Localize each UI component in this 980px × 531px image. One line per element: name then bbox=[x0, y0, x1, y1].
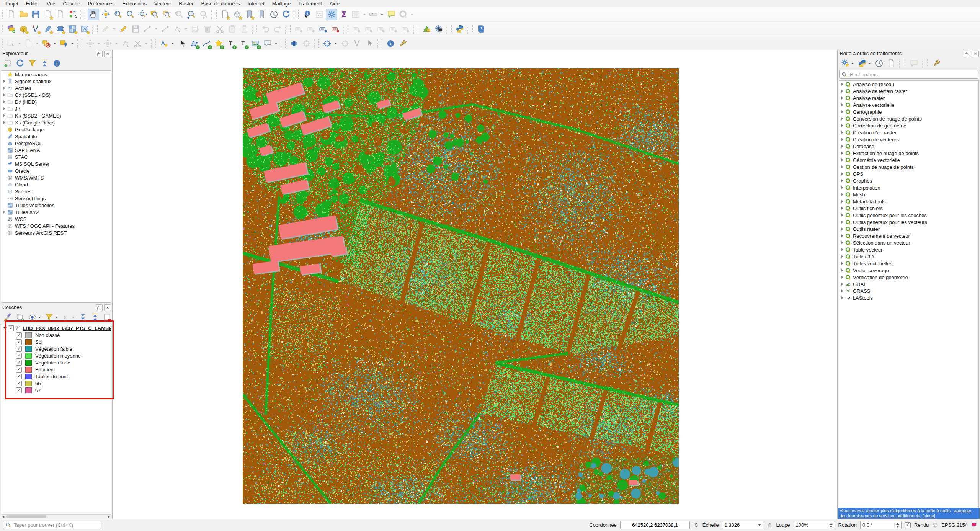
qgis-action-button[interactable] bbox=[398, 9, 415, 20]
new-map-view-button[interactable]: ★ bbox=[219, 9, 230, 20]
browser-item-serveurs-arcgis-rest[interactable]: Serveurs ArcGIS REST bbox=[1, 229, 111, 236]
coordinate-capture-icon[interactable] bbox=[693, 522, 699, 528]
remove-layer-button[interactable] bbox=[102, 312, 113, 322]
browser-item-signets-spatiaux[interactable]: Signets spatiaux bbox=[1, 78, 111, 85]
zoom-native-button[interactable]: 1:1 bbox=[173, 9, 185, 20]
create-form-annotation-button[interactable] bbox=[262, 38, 279, 49]
save-layer-edits-button[interactable] bbox=[130, 23, 141, 35]
legend-item-vegetation-moyenne[interactable]: ✓Végétation moyenne bbox=[1, 352, 111, 359]
copy-move-features-button[interactable] bbox=[102, 38, 119, 49]
redo-button[interactable] bbox=[272, 23, 283, 35]
spin-up-icon[interactable] bbox=[830, 523, 833, 525]
expand-icon[interactable] bbox=[841, 296, 843, 299]
legend-item-67[interactable]: ✓67 bbox=[1, 387, 111, 394]
show-layout-manager-button[interactable] bbox=[54, 9, 66, 20]
add-vector-layer-button[interactable]: ★ bbox=[30, 23, 41, 35]
legend-item-vegetation-faible[interactable]: ✓Végétation faible bbox=[1, 345, 111, 352]
browser-item-wfs-ogc-api-features[interactable]: WFS / OGC API - Features bbox=[1, 222, 111, 229]
expand-icon[interactable] bbox=[3, 327, 7, 329]
browser-item-sap-hana[interactable]: SAP HANA bbox=[1, 147, 111, 154]
toolbox-group-gestion-de-nuage-de-points[interactable]: Gestion de nuage de points bbox=[839, 163, 978, 170]
legend-checkbox[interactable]: ✓ bbox=[16, 346, 22, 352]
toolbox-group-gdal[interactable]: GDAL bbox=[839, 281, 978, 288]
undo-button[interactable] bbox=[260, 23, 271, 35]
float-panel-icon[interactable] bbox=[964, 51, 970, 57]
toolbox-group-grass[interactable]: GRASS bbox=[839, 288, 978, 294]
add-geopackage-layer-button[interactable]: ★ bbox=[18, 23, 29, 35]
expand-icon[interactable] bbox=[3, 211, 5, 214]
modify-attributes-button[interactable] bbox=[189, 23, 201, 35]
toolbox-group-analyse-de-terrain-raster[interactable]: Analyse de terrain raster bbox=[839, 88, 978, 95]
zoom-to-selection-button[interactable] bbox=[161, 9, 173, 20]
results-viewer-button[interactable] bbox=[886, 58, 897, 69]
new-project-button[interactable] bbox=[5, 9, 17, 20]
vertex-tool-button[interactable] bbox=[172, 23, 189, 35]
browser-item-postgresql[interactable]: PostgreSQL bbox=[1, 140, 111, 147]
processing-history-button[interactable] bbox=[874, 58, 884, 69]
toolbox-group-outils-raster[interactable]: Outils raster bbox=[839, 225, 978, 232]
menu-couche[interactable]: Couche bbox=[59, 0, 84, 7]
browser-item-tuiles-xyz[interactable]: Tuiles XYZ bbox=[1, 209, 111, 216]
rotation-spin[interactable]: 0,0 ° bbox=[860, 521, 902, 529]
coordinate-input[interactable] bbox=[622, 522, 688, 528]
expand-icon[interactable] bbox=[841, 289, 843, 292]
expand-icon[interactable] bbox=[841, 131, 843, 134]
create-line-annotation-button[interactable]: + bbox=[201, 38, 212, 49]
toolbox-group-database[interactable]: Database bbox=[839, 143, 978, 150]
edit-features-inplace-button[interactable] bbox=[908, 58, 919, 69]
options-button[interactable] bbox=[397, 38, 408, 49]
add-group-button[interactable] bbox=[15, 312, 25, 322]
expand-icon[interactable] bbox=[841, 227, 843, 230]
open-project-button[interactable] bbox=[18, 9, 29, 20]
new-3d-map-view-button[interactable]: ★ bbox=[231, 9, 243, 20]
toolbox-group-cartographie[interactable]: Cartographie bbox=[839, 108, 978, 115]
expand-icon[interactable] bbox=[841, 248, 843, 251]
processing-toolbox-button[interactable] bbox=[326, 9, 337, 20]
menu-maillage[interactable]: Maillage bbox=[268, 0, 294, 7]
menu-traitement[interactable]: Traitement bbox=[294, 0, 326, 7]
close-panel-icon[interactable]: × bbox=[104, 304, 111, 311]
create-text-annotation-button[interactable]: + bbox=[237, 38, 249, 49]
collapse-all-browser-button[interactable] bbox=[39, 58, 50, 69]
legend-checkbox[interactable]: ✓ bbox=[16, 360, 22, 366]
new-annotation-button[interactable] bbox=[158, 38, 175, 49]
toolbox-group-analyse-de-reseau[interactable]: Analyse de réseau bbox=[839, 81, 978, 88]
crs-globe-icon[interactable] bbox=[932, 522, 938, 528]
toolbox-group-gps[interactable]: GPS bbox=[839, 170, 978, 177]
new-spatial-bookmark-button[interactable]: ★ bbox=[243, 9, 255, 20]
zoom-full-button[interactable] bbox=[137, 9, 148, 20]
legend-item-tablier-du-pont[interactable]: ✓Tablier du pont bbox=[1, 373, 111, 380]
toolbox-group-outils-fichiers[interactable]: Outils fichiers bbox=[839, 205, 978, 212]
current-edits-button[interactable] bbox=[100, 23, 117, 35]
expand-icon[interactable] bbox=[3, 100, 5, 103]
create-picture-annotation-button[interactable]: + bbox=[250, 38, 261, 49]
gps-add-vertex-button[interactable] bbox=[339, 38, 351, 49]
toolbox-group-correction-de-geometrie[interactable]: Correction de géométrie bbox=[839, 122, 978, 129]
toolbox-group-creation-d-un-raster[interactable]: Création d'un raster bbox=[839, 129, 978, 136]
legend-checkbox[interactable]: ✓ bbox=[16, 339, 22, 345]
cut-features-button[interactable] bbox=[214, 23, 225, 35]
legend-item-non-classe[interactable]: ✓Non classé bbox=[1, 332, 111, 338]
scale-combo[interactable]: 1:3326 bbox=[722, 521, 763, 529]
collapse-all-layers-button[interactable] bbox=[90, 312, 100, 322]
change-label-properties-button[interactable] bbox=[400, 23, 411, 35]
toolbox-search-input[interactable] bbox=[849, 71, 976, 78]
expand-icon[interactable] bbox=[841, 96, 843, 100]
expand-icon[interactable] bbox=[841, 172, 843, 175]
expand-icon[interactable] bbox=[841, 193, 843, 196]
log-messages-icon[interactable] bbox=[971, 522, 977, 528]
toolbox-group-tuiles-vectorielles[interactable]: Tuiles vectorielles bbox=[839, 260, 978, 267]
gps-track-button[interactable] bbox=[364, 38, 375, 49]
spin-up-icon[interactable] bbox=[896, 523, 899, 525]
create-polygon-annotation-button[interactable]: + bbox=[188, 38, 200, 49]
resize-label-button[interactable] bbox=[387, 23, 399, 35]
layer-item-pointcloud[interactable]: ✓ LHD_FXX_0642_6237_PTS_C_LAMB93_I bbox=[1, 325, 111, 332]
close-panel-icon[interactable]: × bbox=[104, 51, 111, 57]
highlight-pinned-labels-button[interactable] bbox=[330, 23, 341, 35]
toolbox-group-geometrie-vectorielle[interactable]: Géométrie vectorielle bbox=[839, 157, 978, 163]
show-map-tips-button[interactable] bbox=[385, 9, 397, 20]
locator-search[interactable] bbox=[3, 521, 101, 529]
filter-by-expression-button[interactable] bbox=[60, 312, 76, 322]
expand-icon[interactable] bbox=[3, 87, 5, 90]
expand-icon[interactable] bbox=[841, 83, 843, 86]
